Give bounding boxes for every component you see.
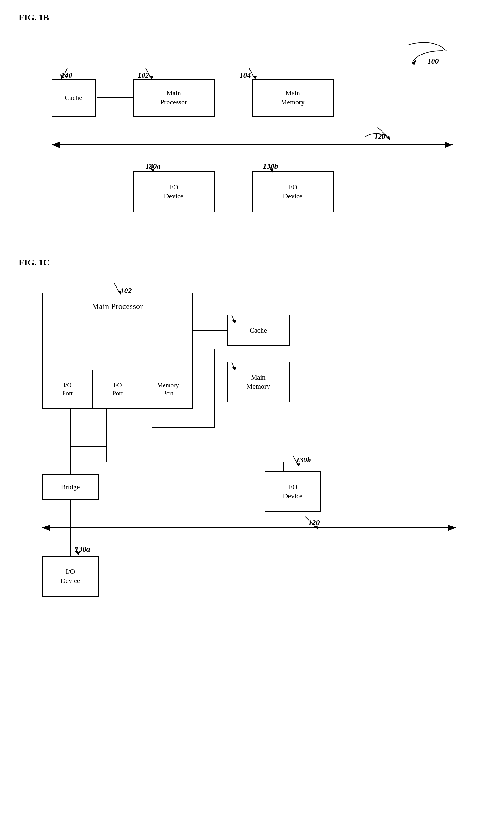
cache-c-label: Cache xyxy=(250,326,267,335)
io-port1-box: I/O Port xyxy=(43,370,93,408)
bridge-box: Bridge xyxy=(42,475,99,500)
memory-port-box: Memory Port xyxy=(143,370,193,408)
ref1c130a-arrow xyxy=(64,544,89,559)
main-processor-label: Main Processor xyxy=(160,89,187,107)
ref1c130b-arrow xyxy=(283,453,309,470)
svg-marker-4 xyxy=(52,142,60,148)
ref1c102-arrow xyxy=(96,280,133,297)
ref130a-arrow-svg xyxy=(136,160,161,176)
svg-marker-34 xyxy=(117,290,121,294)
io-device-a-box: I/O Device xyxy=(133,171,215,212)
fig1b-diagram: 140 102 104 100 120 130a 130b Cache Main… xyxy=(33,26,471,239)
io-device-a-label: I/O Device xyxy=(164,183,183,200)
svg-marker-10 xyxy=(149,76,153,79)
svg-marker-11 xyxy=(252,76,257,79)
svg-marker-37 xyxy=(296,464,300,467)
io-port2-box: I/O Port xyxy=(93,370,143,408)
main-processor-large-box: Main Processor I/O Port I/O Port Memory … xyxy=(42,293,193,408)
main-memory-label: Main Memory xyxy=(281,89,305,107)
ref130b-arrow-svg xyxy=(255,160,280,176)
ref104-arrow-svg xyxy=(240,63,265,82)
svg-marker-5 xyxy=(445,142,453,148)
ref140-arrow-svg xyxy=(52,63,83,82)
main-memory-c-label: Main Memory xyxy=(247,373,270,391)
bridge-label: Bridge xyxy=(61,483,80,492)
svg-marker-9 xyxy=(60,74,64,79)
io-device-b-c-box: I/O Device xyxy=(265,471,321,512)
io-device-b-c-label: I/O Device xyxy=(283,483,302,501)
page-container: FIG. 1B 140 102 104 100 xyxy=(0,0,504,628)
ref102-arrow-svg xyxy=(136,63,161,82)
cache-box: Cache xyxy=(52,79,96,117)
cache-label: Cache xyxy=(65,93,82,102)
main-memory-box: Main Memory xyxy=(252,79,334,117)
svg-marker-32 xyxy=(448,525,456,531)
fig1c-diagram: 102 140 104 130b 120 130a Main Processor… xyxy=(33,271,471,616)
ref120-arrow-svg xyxy=(362,123,399,148)
fig1b-label: FIG. 1B xyxy=(19,13,485,23)
ref1c120-arrow xyxy=(290,512,327,534)
main-processor-c-label: Main Processor xyxy=(92,298,143,312)
io-device-a-c-box: I/O Device xyxy=(42,556,99,597)
svg-marker-31 xyxy=(42,525,50,531)
ref1c140-arrow xyxy=(221,311,246,327)
fig1c-label: FIG. 1C xyxy=(19,257,485,268)
main-processor-box: Main Processor xyxy=(133,79,215,117)
io-device-b-box: I/O Device xyxy=(252,171,334,212)
io-device-a-c-label: I/O Device xyxy=(60,567,80,585)
svg-marker-14 xyxy=(270,169,273,172)
io-device-b-label: I/O Device xyxy=(283,183,302,200)
ref1c104-arrow xyxy=(221,358,246,374)
ref100-arrow-svg xyxy=(393,44,462,70)
svg-marker-13 xyxy=(151,169,154,172)
